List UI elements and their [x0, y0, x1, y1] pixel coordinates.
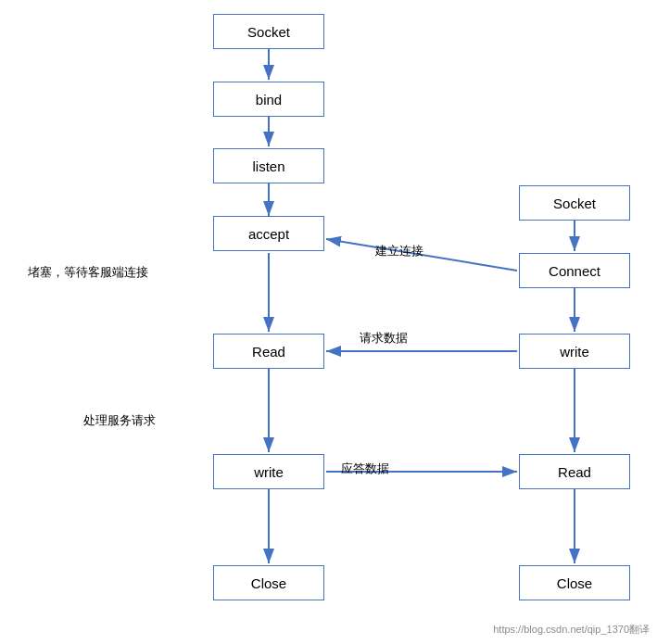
- block-label: 堵塞，等待客服端连接: [28, 264, 148, 281]
- close-server-box: Close: [213, 565, 324, 600]
- read-server-box: Read: [213, 334, 324, 369]
- socket-client-label: Socket: [553, 196, 596, 211]
- read-client-box: Read: [519, 454, 630, 489]
- read-client-label: Read: [558, 464, 591, 480]
- bind-label: bind: [256, 92, 282, 107]
- close-server-label: Close: [251, 575, 286, 591]
- request-label: 请求数据: [360, 330, 408, 347]
- listen-label: listen: [252, 158, 284, 174]
- write-server-label: write: [254, 464, 284, 480]
- socket-server-box: Socket: [213, 14, 324, 49]
- socket-server-label: Socket: [247, 24, 290, 40]
- write-client-label: write: [560, 344, 589, 360]
- bind-box: bind: [213, 82, 324, 117]
- response-label: 应答数据: [341, 461, 389, 477]
- accept-label: accept: [248, 226, 289, 242]
- close-client-label: Close: [557, 575, 592, 591]
- accept-box: accept: [213, 216, 324, 251]
- read-server-label: Read: [252, 344, 285, 360]
- socket-client-box: Socket: [519, 185, 630, 221]
- listen-box: listen: [213, 148, 324, 183]
- diagram: Socket bind listen accept Read write Clo…: [0, 0, 657, 644]
- write-client-box: write: [519, 334, 630, 369]
- establish-label: 建立连接: [375, 243, 423, 259]
- close-client-box: Close: [519, 565, 630, 600]
- watermark: https://blog.csdn.net/qip_1370翻译: [493, 623, 650, 637]
- write-server-box: write: [213, 454, 324, 489]
- process-label: 处理服务请求: [83, 412, 156, 429]
- connect-box: Connect: [519, 253, 630, 288]
- arrows-svg: [0, 0, 657, 644]
- connect-label: Connect: [549, 263, 600, 279]
